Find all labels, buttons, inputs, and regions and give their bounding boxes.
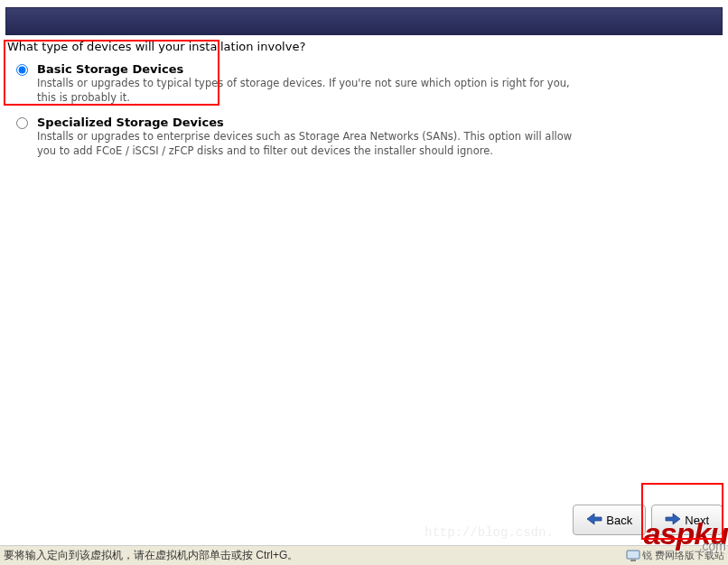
back-button[interactable]: Back bbox=[573, 505, 646, 535]
option-specialized-desc: Installs or upgrades to enterprise devic… bbox=[37, 130, 579, 158]
option-basic-storage[interactable]: Basic Storage Devices Installs or upgrad… bbox=[7, 62, 721, 105]
svg-rect-1 bbox=[630, 560, 636, 561]
page-question: What type of devices will your installat… bbox=[7, 40, 721, 53]
option-specialized-storage[interactable]: Specialized Storage Devices Installs or … bbox=[7, 116, 721, 158]
content-area: What type of devices will your installat… bbox=[7, 40, 721, 169]
option-specialized-title: Specialized Storage Devices bbox=[37, 116, 721, 129]
back-button-label: Back bbox=[606, 514, 632, 527]
header-banner bbox=[5, 7, 723, 35]
vm-status-bar: 要将输入定向到该虚拟机，请在虚拟机内部单击或按 Ctrl+G。 锐 费网络版下载… bbox=[0, 545, 728, 565]
aspku-watermark: aspku.com bbox=[644, 516, 728, 551]
option-basic-title: Basic Storage Devices bbox=[37, 62, 721, 76]
option-basic-desc: Installs or upgrades to typical types of… bbox=[37, 77, 579, 105]
option-basic-text: Basic Storage Devices Installs or upgrad… bbox=[37, 62, 721, 105]
svg-rect-0 bbox=[627, 551, 639, 559]
ghost-url-watermark: http://blog.csdn. bbox=[425, 525, 554, 540]
option-specialized-text: Specialized Storage Devices Installs or … bbox=[37, 116, 721, 158]
status-text: 要将输入定向到该虚拟机，请在虚拟机内部单击或按 Ctrl+G。 bbox=[4, 548, 626, 563]
radio-basic-storage[interactable] bbox=[16, 64, 28, 76]
radio-specialized-storage[interactable] bbox=[16, 117, 28, 129]
tray-monitor-icon[interactable] bbox=[626, 549, 640, 563]
back-arrow-icon bbox=[586, 513, 602, 528]
watermark-sub: .com bbox=[699, 539, 726, 553]
